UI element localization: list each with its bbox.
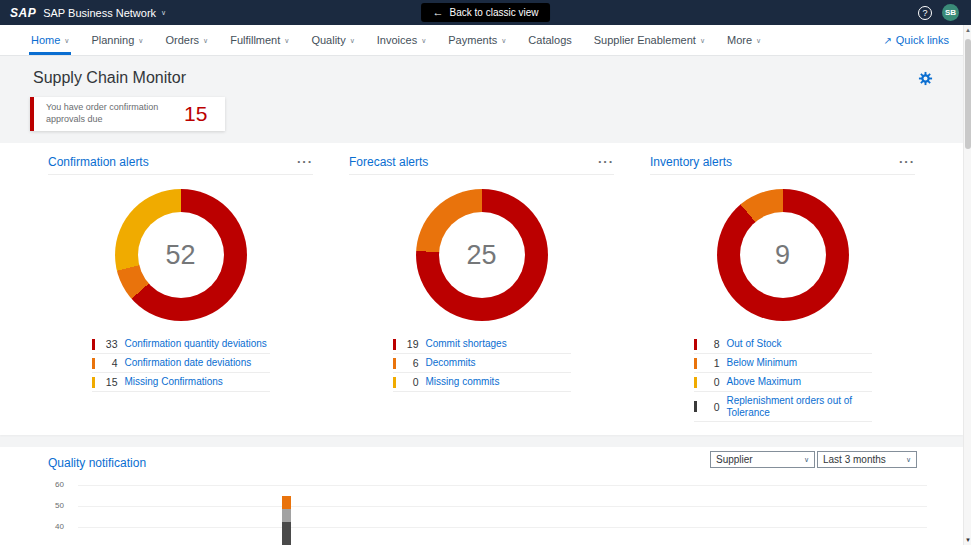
donut-hole: 25 <box>439 212 525 298</box>
brand-name[interactable]: SAP Business Network <box>43 7 156 19</box>
page-content: Supply Chain Monitor You have order conf… <box>0 56 963 545</box>
banner-message: You have order confirmation approvals du… <box>46 102 164 125</box>
period-filter-select[interactable]: Last 3 months ∨ <box>817 451 917 468</box>
legend-link[interactable]: Missing Confirmations <box>125 376 223 388</box>
nav-label: Orders <box>165 34 199 46</box>
nav-tab-catalogs[interactable]: Catalogs <box>517 25 582 55</box>
nav-label: Home <box>31 34 60 46</box>
nav-tab-payments[interactable]: Payments ∨ <box>437 25 517 55</box>
bar-segment <box>282 522 291 545</box>
nav-label: Supplier Enablement <box>594 34 696 46</box>
help-icon[interactable]: ? <box>918 6 932 20</box>
quick-links[interactable]: ↗ Quick links <box>883 25 963 55</box>
legend-color-swatch <box>92 339 95 350</box>
overflow-menu-icon[interactable]: ··· <box>598 155 614 168</box>
legend-color-swatch <box>694 358 697 369</box>
legend-value: 0 <box>704 376 720 388</box>
legend-value: 4 <box>102 357 118 369</box>
card-title: Confirmation alerts <box>48 155 149 169</box>
chevron-down-icon: ∨ <box>350 37 355 45</box>
nav-tab-planning[interactable]: Planning ∨ <box>80 25 154 55</box>
topbar: SAP SAP Business Network ∨ ← Back to cla… <box>0 0 971 25</box>
legend: 19 Commit shortages 6 Decommits 0 Missin… <box>393 335 571 392</box>
legend-link[interactable]: Confirmation date deviations <box>125 357 252 369</box>
quality-title: Quality notification <box>48 456 146 470</box>
y-axis-tick: 60 <box>38 480 64 489</box>
chevron-down-icon: ∨ <box>906 456 911 464</box>
legend-value: 19 <box>403 338 419 350</box>
back-to-classic-view-button[interactable]: ← Back to classic view <box>421 3 551 22</box>
legend-link[interactable]: Out of Stock <box>727 338 782 350</box>
legend: 8 Out of Stock 1 Below Minimum 0 Above M… <box>694 335 872 422</box>
approvals-due-banner[interactable]: You have order confirmation approvals du… <box>30 97 225 131</box>
chevron-down-icon: ∨ <box>203 37 208 45</box>
nav-tab-invoices[interactable]: Invoices ∨ <box>366 25 437 55</box>
donut-total: 25 <box>466 240 496 271</box>
quality-filters: Supplier ∨ Last 3 months ∨ <box>710 451 917 468</box>
legend-color-swatch <box>92 358 95 369</box>
nav-tab-orders[interactable]: Orders ∨ <box>154 25 219 55</box>
inventory-alerts-card: Inventory alerts ··· 9 8 Out of Stock <box>632 149 933 435</box>
chevron-down-icon: ∨ <box>756 37 761 45</box>
nav-tab-more[interactable]: More ∨ <box>716 25 772 55</box>
scrollbar-thumb[interactable] <box>965 39 971 149</box>
scroll-up-icon[interactable]: ▲ <box>964 25 971 35</box>
confirmation-alerts-card: Confirmation alerts ··· 52 33 Confirmati… <box>30 149 331 435</box>
nav-label: Fulfillment <box>230 34 280 46</box>
nav-tab-quality[interactable]: Quality ∨ <box>300 25 365 55</box>
topbar-actions: ? SB <box>918 4 959 21</box>
legend-link[interactable]: Confirmation quantity deviations <box>125 338 267 350</box>
legend-link[interactable]: Replenishment orders out of Tolerance <box>727 395 872 418</box>
quality-notification-panel: Quality notification Supplier ∨ Last 3 m… <box>0 447 963 545</box>
legend-link[interactable]: Above Maximum <box>727 376 801 388</box>
donut-total: 52 <box>165 240 195 271</box>
legend-color-swatch <box>393 358 396 369</box>
legend-value: 33 <box>102 338 118 350</box>
bar-segment <box>282 496 291 510</box>
legend-link[interactable]: Missing commits <box>426 376 500 388</box>
nav-tab-supplier-enablement[interactable]: Supplier Enablement ∨ <box>583 25 716 55</box>
chevron-down-icon: ∨ <box>501 37 506 45</box>
period-filter-value: Last 3 months <box>823 454 886 465</box>
nav-tab-fulfillment[interactable]: Fulfillment ∨ <box>219 25 300 55</box>
y-axis-tick: 40 <box>38 522 64 531</box>
nav-tab-home[interactable]: Home ∨ <box>20 25 80 55</box>
legend-row: 33 Confirmation quantity deviations <box>92 335 270 354</box>
nav-label: Quality <box>311 34 345 46</box>
scroll-down-icon[interactable]: ▼ <box>964 535 971 545</box>
legend-color-swatch <box>694 401 697 412</box>
legend-link[interactable]: Below Minimum <box>727 357 798 369</box>
legend-row: 1 Below Minimum <box>694 354 872 373</box>
settings-button[interactable] <box>918 71 933 86</box>
inventory-donut-chart: 9 <box>717 189 849 321</box>
sap-logo[interactable]: SAP <box>10 6 36 20</box>
card-header: Forecast alerts ··· <box>349 149 614 175</box>
legend-row: 4 Confirmation date deviations <box>92 354 270 373</box>
legend-row: 0 Above Maximum <box>694 373 872 392</box>
chevron-down-icon: ∨ <box>138 37 143 45</box>
forecast-donut-chart: 25 <box>416 189 548 321</box>
y-axis-tick: 50 <box>38 501 64 510</box>
legend-link[interactable]: Commit shortages <box>426 338 507 350</box>
overflow-menu-icon[interactable]: ··· <box>297 155 313 168</box>
chevron-down-icon: ∨ <box>64 37 69 45</box>
user-avatar[interactable]: SB <box>942 4 959 21</box>
legend-color-swatch <box>393 377 396 388</box>
quality-header: Quality notification Supplier ∨ Last 3 m… <box>0 447 963 470</box>
bar-segment <box>282 509 291 522</box>
legend-row: 19 Commit shortages <box>393 335 571 354</box>
donut-total: 9 <box>775 240 790 271</box>
card-title: Inventory alerts <box>650 155 732 169</box>
nav-label: Planning <box>91 34 134 46</box>
overflow-menu-icon[interactable]: ··· <box>899 155 915 168</box>
nav-label: Catalogs <box>528 34 571 46</box>
supplier-filter-select[interactable]: Supplier ∨ <box>710 451 815 468</box>
vertical-scrollbar[interactable]: ▲ ▼ <box>963 25 971 545</box>
legend-link[interactable]: Decommits <box>426 357 476 369</box>
quick-links-icon: ↗ <box>883 35 891 46</box>
confirmation-donut-chart: 52 <box>115 189 247 321</box>
settings-gear-icon <box>918 71 933 86</box>
legend-value: 0 <box>403 376 419 388</box>
legend-color-swatch <box>393 339 396 350</box>
sap-business-network-app: SAP SAP Business Network ∨ ← Back to cla… <box>0 0 971 545</box>
